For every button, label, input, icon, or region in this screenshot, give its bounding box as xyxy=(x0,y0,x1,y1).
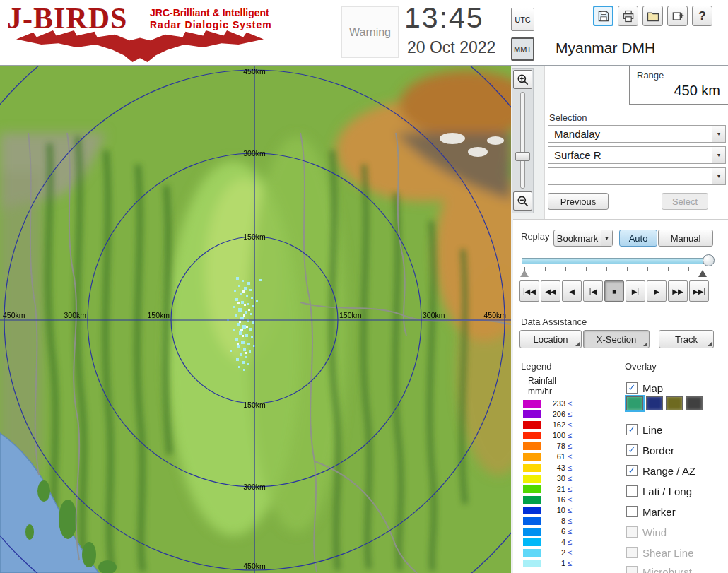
help-icon: ? xyxy=(698,9,705,23)
zoom-strip xyxy=(512,68,534,213)
timeline-track[interactable] xyxy=(522,258,710,264)
replay-timeline xyxy=(520,254,717,280)
open-button[interactable] xyxy=(642,6,663,26)
utc-button[interactable]: UTC xyxy=(511,8,534,31)
legend-color-swatch xyxy=(523,485,541,493)
map-style-swatch-gray[interactable] xyxy=(686,396,703,410)
track-button[interactable]: Track xyxy=(659,330,714,348)
range-value: 450 km xyxy=(674,83,720,99)
overlay-item-microburst: Microburst xyxy=(626,565,692,573)
mmt-button[interactable]: MMT xyxy=(511,37,534,61)
selection-label: Selection xyxy=(549,112,587,123)
overlay-item-label: Line xyxy=(642,424,662,436)
legend-value: 10 xyxy=(541,507,565,514)
map-style-swatch-olive[interactable] xyxy=(666,396,683,410)
clock-date: 20 Oct 2022 xyxy=(407,38,495,57)
legend-value: 2 xyxy=(541,549,565,557)
legend-unit-line2: mm/hr xyxy=(528,386,552,396)
radar-map[interactable]: 450km 300km 150km 150km 300km 450km 450k… xyxy=(0,66,511,573)
replay-label: Replay xyxy=(521,231,549,242)
step-forward-button[interactable]: ▶| xyxy=(626,280,645,302)
play-button[interactable]: ▶ xyxy=(647,280,667,302)
legend-color-swatch xyxy=(523,475,541,483)
zoom-out-button[interactable] xyxy=(513,191,532,211)
legend-color-swatch xyxy=(523,496,541,504)
jbirds-app: J-BIRDS JRC-Brilliant & Intelligent Rada… xyxy=(0,0,728,573)
location-button[interactable]: Location xyxy=(519,330,582,348)
legend-row: 61≤ xyxy=(523,453,608,461)
range-divider xyxy=(629,66,630,104)
line-checkbox[interactable]: ✓ xyxy=(626,424,638,435)
legend-lte: ≤ xyxy=(568,496,572,504)
timeline-start-marker[interactable] xyxy=(520,270,529,277)
legend-value: 206 xyxy=(541,410,565,418)
overlay-item-border[interactable]: ✓ Border xyxy=(626,443,674,457)
skip-end-button[interactable]: ▶▶| xyxy=(689,280,709,302)
legend-lte: ≤ xyxy=(568,432,572,439)
auto-button[interactable]: Auto xyxy=(619,230,657,247)
print-button[interactable] xyxy=(618,6,638,26)
map-style-swatch-green[interactable] xyxy=(626,396,643,410)
xsection-button[interactable]: X-Section xyxy=(583,330,650,348)
previous-button[interactable]: Previous xyxy=(548,193,609,210)
legend-value: 16 xyxy=(541,496,565,504)
map-style-swatch-navy[interactable] xyxy=(646,396,663,410)
fast-forward-button[interactable]: ▶▶ xyxy=(668,280,688,302)
legend-value: 6 xyxy=(541,528,565,536)
zoom-slider-track[interactable] xyxy=(520,92,525,189)
overlay-item-marker[interactable]: Marker xyxy=(626,504,676,519)
range-label-300-top: 300km xyxy=(243,149,266,158)
save-button[interactable] xyxy=(593,6,613,26)
chevron-down-icon[interactable]: ▼ xyxy=(712,126,725,142)
overlay-item-lati-long[interactable]: Lati / Long xyxy=(626,484,692,498)
option-dropdown[interactable]: ▼ xyxy=(548,167,726,185)
stop-button[interactable]: ■ xyxy=(604,280,624,302)
print-icon xyxy=(621,9,635,23)
legend-row: 8≤ xyxy=(523,517,608,525)
legend-row: 30≤ xyxy=(523,475,608,483)
marker-checkbox[interactable] xyxy=(626,506,638,517)
select-button[interactable]: Select xyxy=(662,193,708,210)
manual-button[interactable]: Manual xyxy=(658,230,713,247)
fast-rewind-button[interactable]: ◀◀ xyxy=(541,280,560,302)
overlay-item-label: Map xyxy=(642,382,663,394)
range-label: Range xyxy=(637,70,664,81)
selection-panel: Range 450 km Selection Mandalay ▼ Surfac… xyxy=(544,66,728,219)
overlay-item-map[interactable]: ✓ Map xyxy=(626,381,663,395)
folder-icon xyxy=(646,9,660,23)
overlay-label: Overlay xyxy=(625,361,657,372)
chevron-down-icon[interactable]: ▼ xyxy=(712,147,725,163)
legend-row: 6≤ xyxy=(523,528,608,536)
border-checkbox[interactable]: ✓ xyxy=(626,444,638,456)
legend-value: 61 xyxy=(541,453,565,461)
overlay-item-line[interactable]: ✓ Line xyxy=(626,423,662,437)
help-button[interactable]: ? xyxy=(692,6,712,26)
range-az-checkbox[interactable]: ✓ xyxy=(626,465,638,476)
overlay-item-range-az[interactable]: ✓ Range / AZ xyxy=(626,463,695,478)
bookmark-button[interactable]: Bookmark ▼ xyxy=(553,230,613,247)
legend-lte: ≤ xyxy=(568,453,572,461)
legend-value: 1 xyxy=(541,560,565,567)
zoom-in-button[interactable] xyxy=(513,70,532,89)
play-reverse-button[interactable]: ◀ xyxy=(562,280,582,302)
export-button[interactable] xyxy=(667,6,688,26)
chevron-down-icon[interactable]: ▼ xyxy=(601,230,612,246)
warning-button[interactable]: Warning xyxy=(341,6,399,58)
zoom-in-icon xyxy=(516,73,530,87)
legend-color-swatch xyxy=(523,442,541,450)
chevron-down-icon[interactable]: ▼ xyxy=(712,168,725,184)
timeline-end-marker[interactable] xyxy=(698,270,707,277)
step-back-button[interactable]: |◀ xyxy=(583,280,603,302)
product-dropdown[interactable]: Surface R ▼ xyxy=(548,146,726,164)
zoom-slider-thumb[interactable] xyxy=(515,152,530,161)
lati-long-checkbox[interactable] xyxy=(626,485,638,497)
map-checkbox[interactable]: ✓ xyxy=(626,382,638,394)
overlay-item-label: Range / AZ xyxy=(642,465,695,477)
skip-start-button[interactable]: |◀◀ xyxy=(519,280,539,302)
legend-lte: ≤ xyxy=(568,475,572,483)
site-dropdown[interactable]: Mandalay ▼ xyxy=(548,125,726,143)
legend-color-swatch xyxy=(523,421,541,429)
legend-row: 4≤ xyxy=(523,538,608,546)
transport-controls: |◀◀ ◀◀ ◀ |◀ ■ ▶| ▶ ▶▶ ▶▶| xyxy=(519,280,709,302)
timeline-thumb[interactable] xyxy=(703,254,715,266)
